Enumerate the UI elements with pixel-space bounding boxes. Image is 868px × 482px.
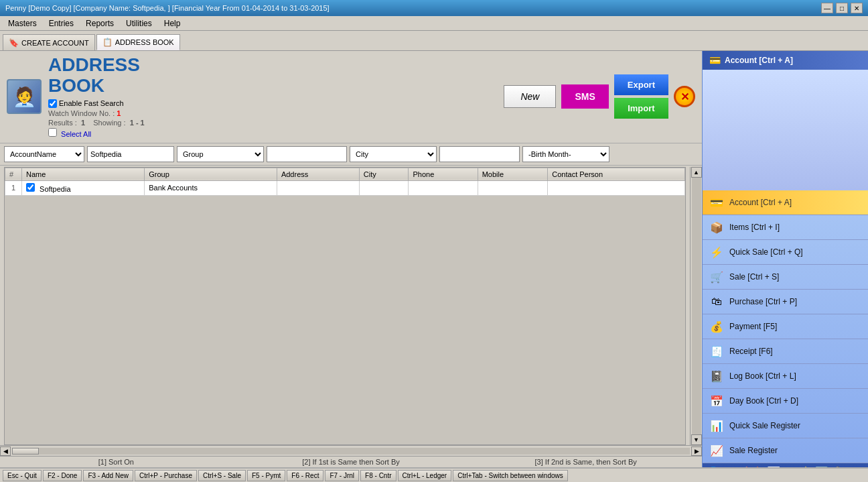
sidebar-nav-item-9[interactable]: 📊 Quick Sale Register (703, 414, 868, 438)
sidebar-nav-item-2[interactable]: ⚡ Quick Sale [Ctrl + Q] (703, 240, 868, 265)
sidebar-nav-label-2: Quick Sale [Ctrl + Q] (729, 247, 803, 257)
city-filter-input[interactable] (439, 146, 520, 162)
kb-item-4[interactable]: Ctrl+S - Sale (198, 470, 246, 481)
sidebar-nav-label-8: Day Book [Ctrl + D] (729, 396, 798, 406)
menu-masters[interactable]: Masters (3, 17, 42, 29)
sidebar-nav-item-8[interactable]: 📅 Day Book [Ctrl + D] (703, 389, 868, 414)
sidebar-nav-label-9: Quick Sale Register (729, 421, 800, 430)
sidebar-nav-icon-9: 📊 (709, 418, 724, 433)
cell-phone (409, 180, 478, 195)
sidebar-header-icon: 💳 (709, 55, 721, 66)
city-filter[interactable]: City (350, 146, 437, 162)
enable-fast-search-checkbox[interactable] (48, 99, 57, 108)
col-name: Name (22, 168, 145, 180)
scroll-track (692, 178, 701, 434)
horizontal-scrollbar: ◀ ▶ (0, 445, 702, 456)
sidebar-nav-item-3[interactable]: 🛒 Sale [Ctrl + S] (703, 265, 868, 290)
kb-item-2[interactable]: F3 - Add New (83, 470, 133, 481)
data-table: # Name Group Address City Phone Mobile C… (5, 168, 685, 196)
table-row[interactable]: 1 Softpedia Bank Accounts (5, 180, 685, 195)
sidebar-nav-item-5[interactable]: 💰 Payment [F5] (703, 314, 868, 339)
close-circle-button[interactable]: ✕ (674, 86, 695, 107)
filter-bar: AccountName Group City -Birth Month- (0, 143, 702, 166)
kb-item-3[interactable]: Ctrl+P - Purchase (135, 470, 197, 481)
table-header-row: # Name Group Address City Phone Mobile C… (5, 168, 685, 180)
scroll-down-button[interactable]: ▼ (691, 434, 702, 445)
sidebar-nav-item-4[interactable]: 🛍 Purchase [Ctrl + P] (703, 290, 868, 314)
export-import-col: Export Import (614, 74, 668, 119)
select-all-label: Select All (48, 130, 91, 138)
bottom-icon-star[interactable]: ⭐ (799, 466, 812, 467)
bottom-icon-arrows[interactable]: 🔄 (815, 466, 828, 467)
sidebar-bottom-icons: 👤 ⚙ 🛒 🏠 📊 💵 ⭐ 🔄 ➕ (703, 463, 868, 467)
group-filter[interactable]: Group (177, 146, 264, 162)
close-button[interactable]: ✕ (851, 3, 863, 13)
sidebar-nav-item-7[interactable]: 📓 Log Book [Ctrl + L] (703, 364, 868, 389)
sidebar-nav-label-4: Purchase [Ctrl + P] (729, 297, 797, 306)
bottom-icon-dollar[interactable]: 💵 (783, 466, 796, 467)
menu-help[interactable]: Help (159, 17, 186, 29)
main-container: 🧑‍💼 ADDRESS BOOK Enable Fast Search Watc… (0, 51, 868, 467)
sidebar-nav-icon-0: 💳 (709, 195, 724, 210)
row-checkbox[interactable] (26, 183, 35, 192)
sidebar-nav-label-3: Sale [Ctrl + S] (729, 272, 779, 282)
sidebar-nav-label-5: Payment [F5] (729, 322, 777, 331)
bottom-icon-person[interactable]: 👤 (707, 466, 720, 467)
kb-item-6[interactable]: F6 - Rect (287, 470, 323, 481)
bottom-icon-settings[interactable]: ⚙ (723, 466, 732, 467)
sidebar-nav-icon-7: 📓 (709, 369, 724, 383)
misc-filter-input[interactable] (267, 146, 347, 162)
tab-create-account[interactable]: 🔖 CREATE ACCOUNT (3, 34, 95, 50)
hscroll-left-button[interactable]: ◀ (0, 446, 11, 456)
maximize-button[interactable]: □ (836, 3, 848, 13)
menu-reports[interactable]: Reports (80, 17, 119, 29)
kb-item-9[interactable]: Ctrl+L - Ledger (398, 470, 452, 481)
import-button[interactable]: Import (614, 98, 668, 119)
bottom-icon-more[interactable]: ➕ (831, 466, 845, 467)
kb-item-8[interactable]: F8 - Cntr (360, 470, 396, 481)
status-sort3: [3] If 2nd is Same, then Sort By (475, 458, 697, 466)
tab-address-book[interactable]: 📋 ADDRESS BOOK (96, 34, 180, 50)
export-button[interactable]: Export (614, 74, 668, 95)
sidebar-nav-item-1[interactable]: 📦 Items [Ctrl + I] (703, 215, 868, 240)
menu-entries[interactable]: Entries (44, 17, 79, 29)
watch-window-info: Watch Window No. : 1 (48, 109, 497, 117)
enable-fast-search-label: Enable Fast Search (48, 99, 124, 108)
hscroll-thumb (12, 448, 39, 455)
cell-group: Bank Accounts (145, 180, 277, 195)
sidebar-nav-label-0: Account [Ctrl + A] (729, 198, 792, 207)
select-all-checkbox[interactable] (48, 128, 57, 137)
kb-item-7[interactable]: F7 - Jrnl (325, 470, 359, 481)
sidebar-nav-item-10[interactable]: 📈 Sale Register (703, 438, 868, 463)
menu-utilities[interactable]: Utilities (121, 17, 157, 29)
account-name-filter[interactable]: AccountName (4, 146, 84, 162)
address-book-title-section: ADDRESS BOOK Enable Fast Search Watch Wi… (48, 55, 497, 139)
sidebar-nav-icon-6: 🧾 (709, 344, 724, 359)
kb-item-1[interactable]: F2 - Done (43, 470, 82, 481)
sidebar-nav-item-6[interactable]: 🧾 Receipt [F6] (703, 339, 868, 364)
account-name-input[interactable] (87, 146, 174, 162)
menu-bar: Masters Entries Reports Utilities Help (0, 16, 868, 31)
bottom-icon-cart[interactable]: 🛒 (735, 466, 748, 467)
data-table-container: # Name Group Address City Phone Mobile C… (4, 167, 686, 445)
col-mobile: Mobile (478, 168, 548, 180)
kb-item-0[interactable]: Esc - Quit (3, 470, 42, 481)
col-num: # (5, 168, 22, 180)
bottom-icon-home[interactable]: 🏠 (751, 466, 764, 467)
minimize-button[interactable]: — (821, 3, 833, 13)
kb-item-5[interactable]: F5 - Pymt (247, 470, 285, 481)
sidebar-header: 💳 Account [Ctrl + A] (703, 51, 868, 70)
bottom-icon-chart[interactable]: 📊 (767, 466, 780, 467)
scroll-up-button[interactable]: ▲ (691, 167, 702, 178)
cell-name: Softpedia (22, 180, 145, 195)
hscroll-right-button[interactable]: ▶ (691, 446, 702, 456)
tab-create-account-label: CREATE ACCOUNT (21, 39, 89, 47)
tab-address-book-label: ADDRESS BOOK (115, 38, 174, 46)
sidebar-nav-icon-8: 📅 (709, 394, 724, 408)
birth-month-filter[interactable]: -Birth Month- (522, 146, 609, 162)
new-button[interactable]: New (504, 85, 556, 108)
sidebar-nav-item-0[interactable]: 💳 Account [Ctrl + A] (703, 190, 868, 215)
sms-button[interactable]: SMS (561, 84, 608, 109)
kb-item-10[interactable]: Ctrl+Tab - Switch between windows (453, 470, 568, 481)
content-area: 🧑‍💼 ADDRESS BOOK Enable Fast Search Watc… (0, 51, 702, 467)
